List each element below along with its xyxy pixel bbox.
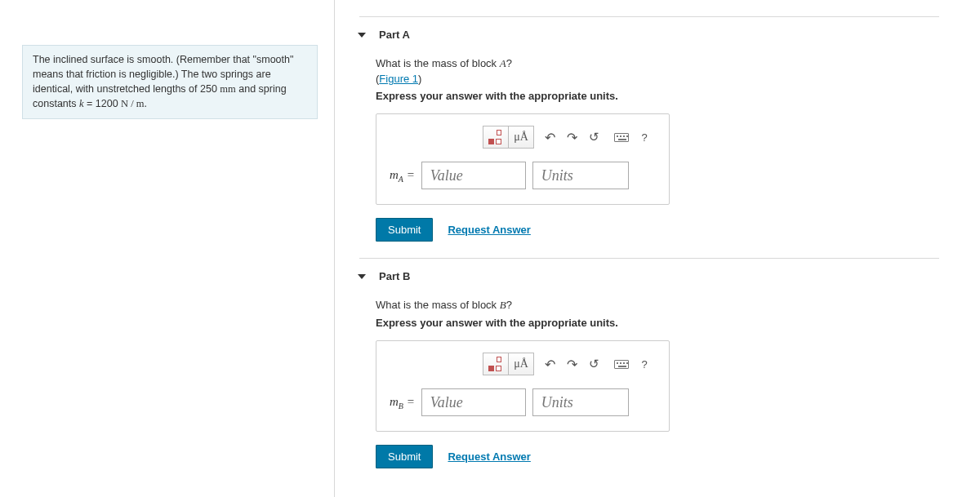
undo-icon: ↶ xyxy=(545,130,555,145)
help-button[interactable]: ? xyxy=(633,126,656,149)
undo-button[interactable]: ↶ xyxy=(538,353,561,375)
questions-area: Part A What is the mass of block A? (Fig… xyxy=(335,0,980,497)
part-b-variable: mB = xyxy=(390,395,415,410)
part-b-input-row: mB = xyxy=(390,388,656,416)
part-a-variable: mA = xyxy=(390,168,415,184)
part-a-units-input[interactable] xyxy=(532,162,629,189)
problem-sidebar: The inclined surface is smooth. (Remembe… xyxy=(0,0,335,497)
part-b-actions: Submit Request Answer xyxy=(376,445,939,468)
part-b-instruction: Express your answer with the appropriate… xyxy=(376,317,939,329)
part-b-question: What is the mass of block B? xyxy=(376,299,939,312)
collapse-icon xyxy=(358,33,366,38)
undo-icon: ↶ xyxy=(545,357,555,372)
problem-eq: = 1200 xyxy=(84,98,122,109)
mu-angstrom-icon: μÅ xyxy=(514,357,528,371)
redo-button[interactable]: ↷ xyxy=(560,126,583,149)
part-a-submit-button[interactable]: Submit xyxy=(376,218,433,242)
help-icon: ? xyxy=(641,131,647,144)
fraction-icon xyxy=(488,130,503,144)
templates-button[interactable] xyxy=(483,353,509,375)
part-b-request-answer[interactable]: Request Answer xyxy=(448,450,530,463)
redo-icon: ↷ xyxy=(567,357,577,372)
problem-text-end: . xyxy=(145,98,147,109)
part-b-value-input[interactable] xyxy=(421,388,526,416)
part-a: Part A What is the mass of block A? (Fig… xyxy=(335,17,964,242)
redo-button[interactable]: ↷ xyxy=(560,353,583,375)
part-a-request-answer[interactable]: Request Answer xyxy=(448,224,530,236)
help-icon: ? xyxy=(641,358,647,371)
collapse-icon xyxy=(358,274,366,279)
part-a-input-row: mA = xyxy=(390,162,656,189)
figure-link[interactable]: Figure 1 xyxy=(379,73,418,85)
part-b-title: Part B xyxy=(379,270,410,282)
problem-statement: The inclined surface is smooth. (Remembe… xyxy=(22,45,318,119)
force-unit: N / m xyxy=(121,98,144,109)
part-a-answer-box: μÅ ↶ ↷ ↺ ? mA = xyxy=(376,113,670,205)
part-b-answer-box: μÅ ↶ ↷ ↺ ? mB = xyxy=(376,340,670,432)
part-a-question: What is the mass of block A? xyxy=(376,57,939,70)
part-a-title: Part A xyxy=(379,29,410,41)
keyboard-icon xyxy=(614,360,629,369)
keyboard-button[interactable] xyxy=(609,126,634,149)
reset-button[interactable]: ↺ xyxy=(582,126,605,149)
part-b-submit-button[interactable]: Submit xyxy=(376,445,433,468)
templates-button[interactable] xyxy=(483,126,509,149)
part-a-actions: Submit Request Answer xyxy=(376,218,939,242)
part-a-value-input[interactable] xyxy=(421,162,526,189)
part-b-toolbar: μÅ ↶ ↷ ↺ ? xyxy=(390,353,656,375)
units-button[interactable]: μÅ xyxy=(508,353,534,375)
fraction-icon xyxy=(488,357,503,371)
keyboard-button[interactable] xyxy=(609,353,634,375)
reset-button[interactable]: ↺ xyxy=(582,353,605,375)
part-b-header[interactable]: Part B xyxy=(376,270,939,282)
units-button[interactable]: μÅ xyxy=(508,126,534,149)
reset-icon: ↺ xyxy=(589,130,599,144)
redo-icon: ↷ xyxy=(567,130,577,145)
part-a-header[interactable]: Part A xyxy=(376,29,939,41)
part-a-toolbar: μÅ ↶ ↷ ↺ ? xyxy=(390,126,656,149)
mu-angstrom-icon: μÅ xyxy=(514,131,528,144)
reset-icon: ↺ xyxy=(589,357,599,371)
keyboard-icon xyxy=(614,133,629,142)
undo-button[interactable]: ↶ xyxy=(538,126,561,149)
part-a-instruction: Express your answer with the appropriate… xyxy=(376,90,939,102)
help-button[interactable]: ? xyxy=(633,353,656,375)
part-b: Part B What is the mass of block B? Expr… xyxy=(335,259,964,468)
part-b-units-input[interactable] xyxy=(532,388,629,416)
figure-ref: (Figure 1) xyxy=(376,73,939,85)
length-unit: mm xyxy=(220,83,235,95)
